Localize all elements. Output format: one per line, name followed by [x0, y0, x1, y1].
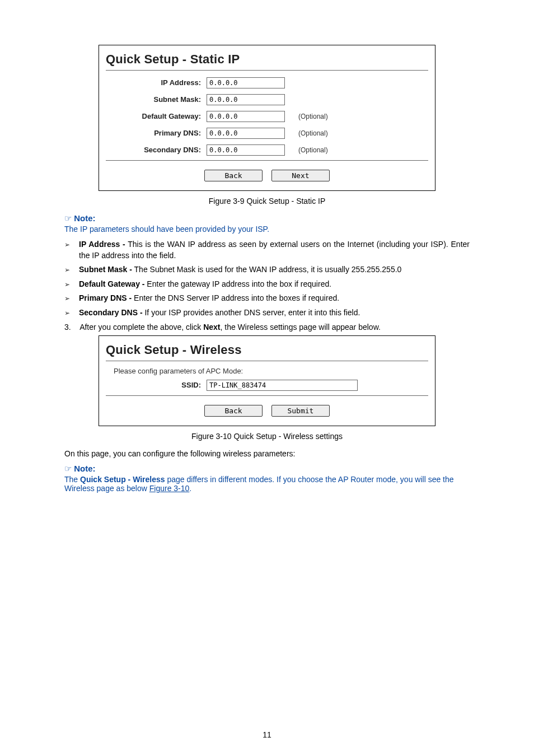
back-button[interactable]: Back [204, 405, 263, 417]
next-keyword: Next [203, 323, 220, 332]
ip-input[interactable] [207, 111, 285, 122]
bullet-key: Default Gateway - [79, 279, 144, 288]
step-number: 3. [64, 322, 78, 333]
chevron-right-icon: ➢ [64, 293, 79, 304]
next-button[interactable]: Next [271, 170, 330, 181]
figure-caption: Figure 3-9 Quick Setup - Static IP [64, 197, 470, 206]
config-line: On this page, you can configure the foll… [64, 449, 470, 459]
note2-pre: The [64, 475, 80, 484]
page-number: 11 [0, 730, 534, 739]
optional-hint: (Optional) [285, 110, 328, 123]
ip-input[interactable] [207, 144, 285, 156]
figure-title: Quick Setup - Wireless [106, 343, 428, 357]
form-row: IP Address: [106, 76, 428, 90]
parameter-list: ➢IP Address - This is the WAN IP address… [64, 239, 470, 319]
list-item: ➢IP Address - This is the WAN IP address… [64, 239, 470, 261]
divider [106, 361, 428, 361]
submit-button[interactable]: Submit [271, 405, 330, 417]
figure-title: Quick Setup - Static IP [106, 52, 428, 67]
form-row: Primary DNS:(Optional) [106, 127, 428, 140]
chevron-right-icon: ➢ [64, 307, 79, 318]
bullet-key: IP Address - [79, 240, 125, 249]
ip-input[interactable] [207, 94, 285, 105]
ssid-input[interactable] [207, 380, 358, 391]
note-text: The Quick Setup - Wireless page differs … [64, 475, 470, 493]
divider [106, 395, 428, 396]
bullet-desc: Enter the DNS Server IP address into the… [132, 293, 339, 302]
divider [106, 70, 428, 71]
note-text: The IP parameters should have been provi… [64, 225, 470, 234]
note-head: Note: [74, 464, 95, 473]
note-icon: ☞ Note: [64, 213, 470, 223]
chevron-right-icon: ➢ [64, 264, 79, 275]
bullet-text: Primary DNS - Enter the DNS Server IP ad… [79, 293, 470, 304]
note-icon: ☞ Note: [64, 464, 470, 474]
form-label: Primary DNS: [106, 127, 207, 140]
form-label: Subnet Mask: [106, 93, 207, 106]
list-item: ➢Primary DNS - Enter the DNS Server IP a… [64, 293, 470, 304]
button-row: Back Next [106, 166, 428, 183]
list-item: ➢Secondary DNS - If your ISP provides an… [64, 307, 470, 319]
list-item: ➢Default Gateway - Enter the gateway IP … [64, 279, 470, 290]
step-text-post: , the Wireless settings page will appear… [220, 323, 380, 332]
form-label: IP Address: [106, 76, 207, 90]
bullet-desc: If your ISP provides another DNS server,… [143, 308, 360, 317]
note2-post: . [189, 484, 191, 493]
button-row: Back Submit [106, 402, 428, 418]
bullet-text: Default Gateway - Enter the gateway IP a… [79, 279, 470, 290]
bullet-key: Subnet Mask - [79, 265, 132, 274]
chevron-right-icon: ➢ [64, 279, 79, 290]
ssid-row: SSID: [106, 379, 428, 392]
bullet-desc: The Subnet Mask is used for the WAN IP a… [132, 265, 401, 274]
quick-setup-wireless-figure: Quick Setup - Wireless Please config par… [99, 335, 435, 426]
form-label: Secondary DNS: [106, 143, 207, 157]
quick-setup-static-ip-figure: Quick Setup - Static IP IP Address:Subne… [99, 45, 435, 191]
step-3: 3. After you complete the above, click N… [64, 322, 470, 333]
form-row: Subnet Mask: [106, 93, 428, 106]
ip-input[interactable] [207, 128, 285, 139]
form-row: Default Gateway:(Optional) [106, 110, 428, 123]
mode-prompt: Please config parameters of APC Mode: [114, 367, 428, 375]
figure-link[interactable]: Figure 3-10 [149, 484, 190, 493]
figure-caption: Figure 3-10 Quick Setup - Wireless setti… [64, 432, 470, 441]
bullet-key: Secondary DNS - [79, 308, 143, 317]
list-item: ➢Subnet Mask - The Subnet Mask is used f… [64, 264, 470, 276]
bullet-text: IP Address - This is the WAN IP address … [79, 239, 470, 261]
bullet-desc: Enter the gateway IP address into the bo… [144, 279, 331, 288]
form-label: Default Gateway: [106, 110, 207, 123]
bullet-desc: This is the WAN IP address as seen by ex… [79, 240, 470, 260]
form-row: Secondary DNS:(Optional) [106, 143, 428, 157]
bullet-text: Subnet Mask - The Subnet Mask is used fo… [79, 264, 470, 276]
bullet-key: Primary DNS - [79, 293, 132, 302]
back-button[interactable]: Back [204, 170, 263, 181]
step-text-pre: After you complete the above, click [79, 323, 203, 332]
bullet-text: Secondary DNS - If your ISP provides ano… [79, 307, 470, 319]
optional-hint: (Optional) [285, 143, 328, 157]
chevron-right-icon: ➢ [64, 239, 79, 250]
optional-hint: (Optional) [285, 127, 328, 140]
ip-input[interactable] [207, 77, 285, 88]
note-head: Note: [74, 213, 95, 223]
ssid-label: SSID: [106, 379, 207, 392]
note2-key: Quick Setup - Wireless [80, 475, 165, 484]
divider [106, 160, 428, 161]
